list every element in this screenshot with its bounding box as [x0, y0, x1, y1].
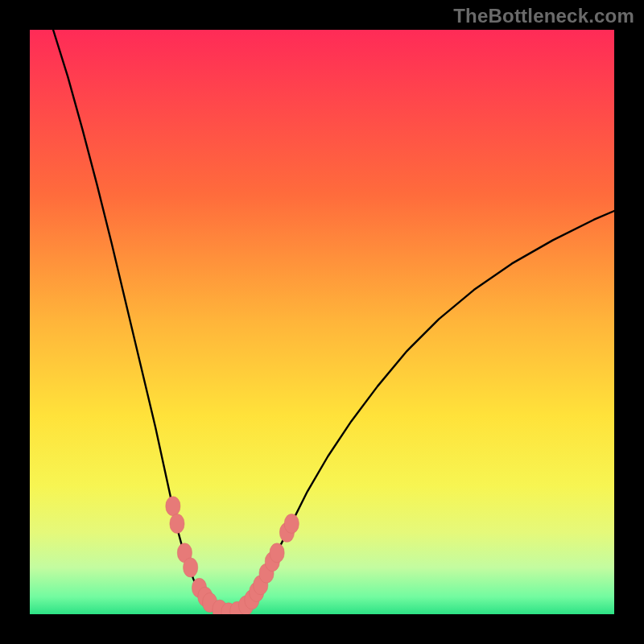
data-marker — [184, 558, 198, 577]
chart-frame: TheBottleneck.com — [0, 0, 644, 644]
data-marker — [270, 543, 284, 563]
watermark-text: TheBottleneck.com — [453, 5, 634, 27]
gradient-background — [30, 30, 614, 614]
plot-svg — [30, 30, 614, 614]
data-marker — [284, 514, 299, 533]
data-marker — [170, 514, 184, 533]
plot-area — [30, 30, 614, 614]
data-marker — [166, 497, 180, 516]
